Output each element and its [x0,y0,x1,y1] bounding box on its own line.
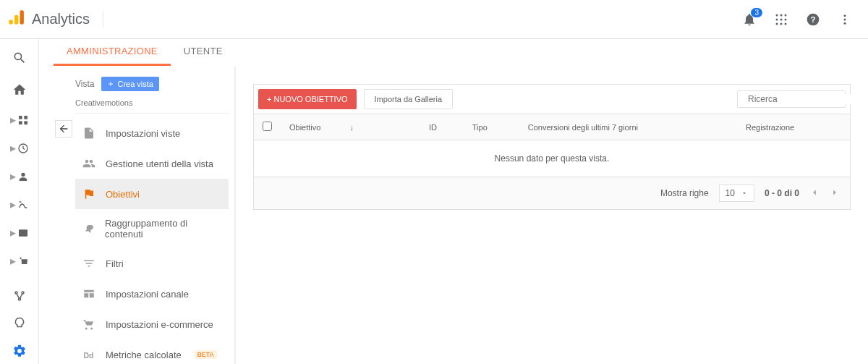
search-icon[interactable] [11,49,28,67]
col-recording[interactable]: Registrazione [737,114,850,140]
property-name[interactable]: Creativemotions [75,98,229,114]
brand-name: Analytics [32,11,103,27]
nav-content-grouping[interactable]: Raggruppamento di contenuti [75,209,229,248]
svg-text:?: ? [810,14,815,24]
content: AMMINISTRAZIONE UTENTE Vista Crea vista … [39,39,868,364]
svg-rect-19 [19,121,22,124]
svg-point-8 [785,18,787,20]
admin-view-column: Vista Crea vista Creativemotions Imposta… [39,67,236,364]
tab-administration[interactable]: AMMINISTRAZIONE [54,38,171,66]
show-rows-label: Mostra righe [660,188,709,198]
header-actions: 3 ? [741,11,854,28]
panel-footer: Mostra righe 10 0 - 0 di 0 [254,177,850,209]
nav-label: Impostazioni e-commerce [106,319,213,330]
nav-view-settings[interactable]: Impostazioni viste [75,118,229,148]
rail-bottom [11,287,28,360]
home-icon[interactable] [11,81,28,98]
col-conversions[interactable]: Conversioni degli ultimi 7 giorni [519,114,737,140]
more-icon[interactable] [836,11,854,28]
nav-label: Raggruppamento di contenuti [105,218,221,240]
help-icon[interactable]: ? [804,11,822,28]
svg-point-4 [780,14,783,16]
app-header: Analytics 3 ? [0,0,868,39]
nav-channel-settings[interactable]: Impostazioni canale [75,279,229,309]
admin-gear-icon[interactable] [11,342,28,360]
nav-ecommerce-settings[interactable]: Impostazioni e-commerce [75,309,229,339]
empty-state: Nessun dato per questa vista. [254,140,850,177]
main-panel: + NUOVO OBIETTIVO Importa da Galleria [236,67,868,364]
create-view-button[interactable]: Crea vista [101,77,159,91]
rail-behavior[interactable]: ▸ [10,226,29,240]
view-selector-row: Vista Crea vista [75,77,229,91]
nav-filters[interactable]: Filtri [75,248,229,279]
rail-custom[interactable]: ▸ [10,113,29,127]
notifications-badge: 3 [751,8,762,17]
select-all-checkbox[interactable] [263,122,272,131]
prev-page-button[interactable] [809,187,820,200]
rail-conversions[interactable]: ▸ [10,254,29,268]
svg-point-26 [18,298,20,300]
beta-badge: BETA [195,350,217,359]
nav-label: Impostazioni viste [106,128,180,139]
chevron-down-icon [741,190,748,197]
goals-panel: + NUOVO OBIETTIVO Importa da Galleria [253,84,851,210]
nav-label: Filtri [106,258,124,269]
panel-toolbar: + NUOVO OBIETTIVO Importa da Galleria [254,85,850,114]
left-rail: ▸ ▸ ▸ ▸ ▸ ▸ [0,39,39,364]
nav-goals[interactable]: Obiettivi [75,179,229,209]
rail-acquisition[interactable]: ▸ [10,198,29,211]
svg-rect-1 [14,14,18,24]
tab-user[interactable]: UTENTE [171,38,236,66]
svg-point-7 [780,18,783,20]
rail-audience[interactable]: ▸ [10,169,29,183]
discover-icon[interactable] [11,315,28,332]
admin-tabs: AMMINISTRAZIONE UTENTE [39,39,868,67]
nav-label: Obiettivi [106,189,140,200]
svg-point-24 [15,292,17,294]
col-id[interactable]: ID [420,114,464,140]
svg-point-25 [22,292,24,294]
new-goal-button[interactable]: + NUOVO OBIETTIVO [258,89,357,109]
svg-point-11 [785,22,787,25]
nav-label: Metriche calcolate [106,350,182,360]
rows-per-page-select[interactable]: 10 [719,185,754,202]
pagination-range: 0 - 0 di 0 [765,188,799,198]
vista-label: Vista [75,79,94,89]
svg-point-15 [844,18,846,20]
layout: ▸ ▸ ▸ ▸ ▸ ▸ AMMINISTRAZIONE UTENTE Vista [0,39,868,364]
svg-text:Dd: Dd [84,351,94,360]
analytics-logo-icon [6,9,25,30]
svg-rect-20 [24,121,27,124]
col-type[interactable]: Tipo [464,114,519,140]
svg-rect-23 [19,229,27,236]
create-view-label: Crea vista [117,80,153,88]
sort-arrow-icon: ↓ [349,123,354,132]
notifications-icon[interactable]: 3 [741,11,758,28]
search-field[interactable] [737,90,846,108]
attribution-icon[interactable] [11,287,28,305]
nav-label: Gestione utenti della vista [106,158,213,169]
goals-table: Obiettivo↓ ID Tipo Conversioni degli ult… [254,114,850,177]
apps-icon[interactable] [773,11,790,28]
nav-calculated-metrics[interactable]: Dd Metriche calcolate BETA [75,339,229,364]
back-arrow-button[interactable] [55,120,72,137]
svg-point-6 [776,18,778,20]
svg-point-3 [776,14,778,16]
search-input[interactable] [748,94,856,104]
svg-rect-2 [20,10,24,24]
svg-rect-0 [9,20,12,24]
svg-point-22 [21,172,25,176]
nav-user-management[interactable]: Gestione utenti della vista [75,148,229,179]
svg-point-9 [776,22,778,25]
svg-point-10 [780,22,783,25]
import-gallery-button[interactable]: Importa da Galleria [364,89,454,109]
rail-realtime[interactable]: ▸ [10,141,29,155]
svg-point-5 [785,14,787,16]
nav-label: Impostazioni canale [106,289,189,300]
brand: Analytics [6,9,103,30]
next-page-button[interactable] [830,187,840,200]
svg-rect-18 [24,116,27,119]
svg-rect-17 [19,116,22,119]
svg-point-14 [844,14,846,17]
col-goal[interactable]: Obiettivo↓ [281,114,420,140]
